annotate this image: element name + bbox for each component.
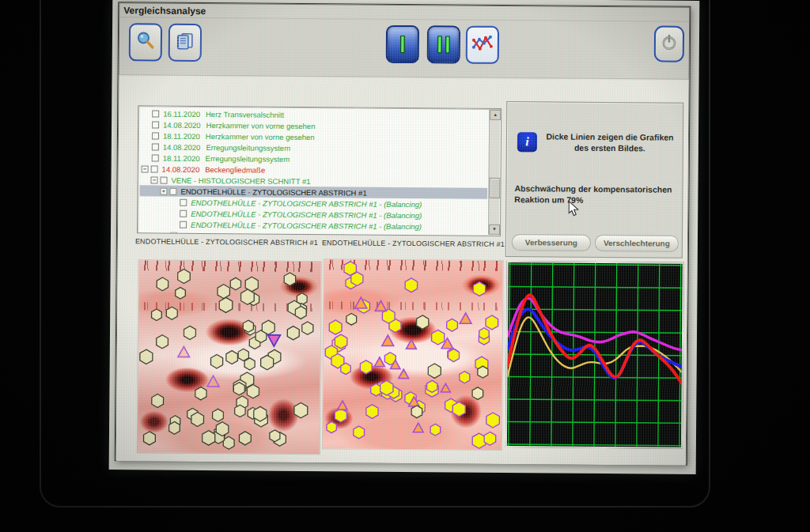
triangle-marker: [338, 401, 347, 409]
hexagon-marker: [329, 320, 342, 334]
analysis-tree[interactable]: 16.11.2020Herz Transversalschnitt14.08.2…: [137, 105, 502, 236]
right-image-caption: ENDOTHELHÜLLE - ZYTOLOGISCHER ABSTRICH #…: [322, 239, 505, 248]
hexagon-marker: [226, 351, 238, 364]
monitor-screen: Vergleichsanalyse: [109, 0, 700, 474]
triangle-marker: [207, 375, 219, 387]
hexagon-marker: [235, 405, 245, 417]
hexagon-marker: [448, 349, 459, 361]
hexagon-marker: [247, 384, 259, 398]
item-date: 14.08.2020: [163, 120, 201, 129]
hexagon-marker: [243, 320, 253, 332]
hexagon-marker: [432, 330, 445, 345]
power-button[interactable]: [654, 25, 684, 62]
item-label: ENDOTHELHÜLLE - ZYTOLOGISCHER ABSTRICH #…: [191, 220, 422, 230]
hexagon-marker: [191, 412, 204, 426]
graph-canvas: [507, 262, 683, 447]
hexagon-marker: [478, 366, 488, 378]
item-checkbox[interactable]: [180, 209, 187, 217]
scroll-up-arrow[interactable]: ▲: [490, 110, 501, 120]
triangle-marker: [375, 301, 386, 311]
item-checkbox[interactable]: [152, 110, 159, 117]
report-button[interactable]: [168, 24, 202, 62]
hexagon-marker: [484, 432, 496, 445]
item-label: VENE - HISTOLOGISCHER SCHNITT #1: [171, 175, 310, 185]
hexagon-marker: [157, 277, 168, 291]
triangle-marker: [441, 383, 450, 392]
item-date: 14.08.2020: [162, 164, 200, 173]
item-checkbox[interactable]: [152, 121, 159, 128]
single-view-button[interactable]: [386, 25, 419, 63]
hexagon-marker: [219, 297, 233, 312]
marker-overlay-left: [138, 260, 321, 454]
window-titlebar: Vergleichsanalyse: [119, 3, 689, 22]
item-label: Beckengliedmaße: [205, 165, 265, 175]
graph-mode-button[interactable]: [466, 26, 499, 64]
info-note-text: Dicke Linien zeigen die Grafiken des ers…: [543, 130, 676, 154]
item-checkbox[interactable]: [152, 132, 159, 139]
improvement-button[interactable]: Verbesserung: [512, 234, 591, 251]
item-checkbox[interactable]: [161, 176, 168, 183]
scatter-chart-icon: [471, 33, 494, 57]
item-checkbox[interactable]: [180, 221, 187, 228]
hexagon-marker: [354, 426, 365, 439]
dual-view-button[interactable]: [427, 25, 460, 63]
triangle-marker: [460, 313, 471, 323]
hexagon-marker: [380, 380, 393, 395]
hexagon-marker: [223, 436, 234, 449]
zoom-button[interactable]: [129, 23, 162, 61]
hexagon-marker: [169, 421, 180, 434]
hexagon-marker: [486, 413, 500, 428]
item-checkbox[interactable]: [169, 187, 176, 194]
hexagon-marker: [239, 432, 251, 445]
hexagon-marker: [184, 326, 195, 339]
item-checkbox[interactable]: [152, 143, 159, 150]
item-label: Erregungsleitungssystem: [206, 154, 290, 164]
info-icon: i: [517, 132, 537, 152]
triangle-marker: [382, 335, 394, 346]
hexagon-marker: [447, 319, 458, 331]
double-bar-icon: [437, 36, 442, 53]
double-bar-icon-2: [445, 36, 450, 53]
hexagon-marker: [244, 358, 255, 370]
item-label: Herzkammer von vorne gesehen: [206, 132, 315, 141]
item-label: ENDOTHELHÜLLE - ZYTOLOGISCHER ABSTRICH #…: [180, 187, 366, 197]
hexagon-marker: [202, 431, 215, 446]
item-checkbox[interactable]: [180, 198, 187, 206]
hexagon-marker: [335, 334, 347, 349]
tree-scrollbar[interactable]: ▲ ▼: [488, 110, 500, 235]
hexagon-marker: [176, 288, 186, 299]
hexagon-marker: [284, 273, 296, 286]
hexagon-marker: [287, 326, 299, 340]
collapse-icon[interactable]: −: [142, 165, 149, 172]
collapse-icon[interactable]: −: [151, 176, 158, 183]
item-checkbox[interactable]: [152, 154, 159, 161]
item-date: 14.08.2020: [163, 142, 201, 151]
item-date: 16.11.2020: [163, 109, 200, 118]
hexagon-marker: [218, 285, 230, 299]
expand-icon[interactable]: +: [160, 187, 167, 194]
hexagon-marker: [346, 313, 357, 325]
single-bar-icon: [400, 36, 405, 53]
report-icon: [175, 31, 195, 55]
hexagon-marker: [157, 335, 168, 349]
hexagon-marker: [428, 364, 441, 379]
hexagon-marker: [254, 406, 267, 421]
deterioration-button[interactable]: Verschlechterung: [595, 235, 679, 252]
histology-image-left[interactable]: [137, 259, 322, 455]
item-date: 18.11.2020: [163, 153, 200, 162]
scroll-down-arrow[interactable]: ▼: [489, 224, 500, 235]
item-label: ENDOTHELHÜLLE - ZYTOLOGISCHER ABSTRICH #…: [191, 209, 422, 219]
hexagon-marker: [152, 394, 164, 408]
hexagon-marker: [233, 383, 244, 395]
item-checkbox[interactable]: [151, 165, 158, 172]
hexagon-marker: [411, 406, 422, 418]
scroll-thumb[interactable]: [489, 178, 500, 198]
histology-image-right[interactable]: [322, 258, 504, 451]
hexagon-marker: [335, 409, 346, 422]
hexagon-marker: [213, 409, 224, 421]
window-title: Vergleichsanalyse: [123, 5, 206, 17]
hexagon-marker: [479, 328, 490, 340]
hexagon-marker: [230, 277, 240, 290]
hexagon-marker: [327, 421, 337, 432]
triangle-marker: [413, 423, 423, 432]
